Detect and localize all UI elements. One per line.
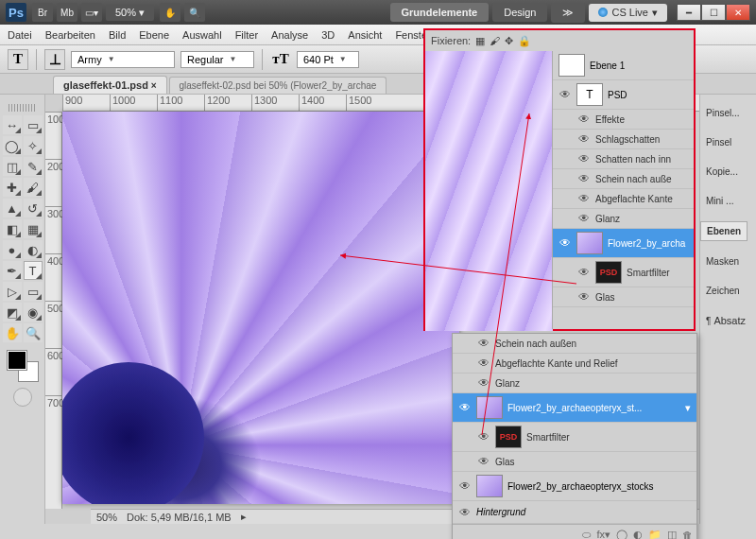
panel-ebenen[interactable]: Ebenen: [700, 221, 747, 241]
menu-ansicht[interactable]: Ansicht: [348, 29, 382, 41]
panel-masken[interactable]: Masken: [700, 252, 745, 270]
zoom-tool-icon[interactable]: 🔍: [184, 3, 205, 22]
layer-thumb-icon: [476, 475, 503, 497]
3d-tool-icon[interactable]: ◩: [3, 303, 22, 322]
new-layer-icon[interactable]: ◫: [667, 529, 677, 539]
panel-zeichen[interactable]: Zeichen: [700, 282, 746, 300]
menu-datei[interactable]: Datei: [8, 29, 32, 41]
panel-pinsel[interactable]: Pinsel: [700, 133, 737, 151]
crop-tool-icon[interactable]: ◫: [3, 157, 22, 176]
layer-hintergrund[interactable]: 👁 Hintergrund: [453, 501, 696, 524]
move-tool-icon[interactable]: ↔: [3, 115, 22, 134]
blur-tool-icon[interactable]: ●: [3, 240, 22, 259]
panel-absatz[interactable]: ¶ Absatz: [700, 311, 751, 330]
menu-filter[interactable]: Filter: [235, 29, 258, 41]
color-swatches[interactable]: [7, 350, 39, 382]
layer-smartfilter[interactable]: 👁 PSD Smartfilter: [453, 423, 696, 452]
type-tool-icon[interactable]: T: [24, 261, 43, 280]
cs-live-button[interactable]: CS Live ▾: [589, 4, 667, 22]
inset-layers: Ebene 1 👁TPSD 👁Effekte 👁Schlagschatten 👁…: [552, 51, 694, 329]
3d-camera-icon[interactable]: ◉: [24, 303, 43, 322]
text-orientation-icon[interactable]: ⊥: [44, 49, 65, 70]
stamp-tool-icon[interactable]: ▲: [3, 199, 22, 217]
font-size-icon: тT: [270, 49, 291, 70]
inset-canvas-zoom: [425, 51, 553, 331]
lock-transp-icon[interactable]: ▦: [475, 35, 485, 47]
minimize-button[interactable]: ━: [677, 4, 701, 21]
minibridge-icon[interactable]: Mb: [57, 3, 77, 22]
inset-flower-selected[interactable]: 👁Flower2_by_archa: [553, 229, 694, 258]
ruler-vertical: 100200300400500600700: [45, 112, 62, 509]
menu-auswahl[interactable]: Auswahl: [182, 29, 222, 41]
menu-bild[interactable]: Bild: [109, 29, 126, 41]
marquee-tool-icon[interactable]: ▭: [24, 115, 43, 134]
document-canvas[interactable]: [62, 112, 459, 504]
lock-all-icon[interactable]: 🔒: [518, 35, 531, 47]
toolbox-grip[interactable]: [9, 104, 37, 112]
pen-tool-icon[interactable]: ✒: [3, 261, 22, 280]
layer-flower2[interactable]: 👁 Flower2_by_archaeopteryx_stocks: [453, 472, 696, 501]
bridge-icon[interactable]: Br: [32, 3, 53, 22]
panel-mini[interactable]: Mini ...: [700, 192, 739, 210]
zoom-tool-icon[interactable]: 🔍: [24, 323, 43, 342]
psd-thumb-icon: PSD: [495, 426, 522, 448]
zoom-select[interactable]: 50% ▾: [106, 5, 154, 21]
shape-tool-icon[interactable]: ▭: [24, 282, 43, 301]
wand-tool-icon[interactable]: ✧: [24, 136, 43, 155]
lock-move-icon[interactable]: ✥: [505, 35, 513, 47]
panel-pinselvorgaben[interactable]: Pinsel...: [700, 104, 746, 122]
folder-icon[interactable]: 📁: [648, 529, 662, 539]
workspace-design[interactable]: Design: [492, 3, 547, 22]
history-brush-icon[interactable]: ↺: [24, 199, 43, 217]
workspace-grundelemente[interactable]: Grundelemente: [390, 3, 490, 22]
fx-icon[interactable]: fx▾: [596, 529, 610, 539]
font-style-select[interactable]: Regular▼: [180, 51, 254, 68]
status-zoom[interactable]: 50%: [96, 512, 117, 523]
workspace-more-icon[interactable]: ≫: [551, 3, 585, 23]
menu-ebene[interactable]: Ebene: [139, 29, 169, 41]
link-layers-icon[interactable]: ⬭: [582, 529, 591, 539]
eraser-tool-icon[interactable]: ◧: [3, 219, 22, 238]
inset-ebene1[interactable]: Ebene 1: [553, 51, 694, 80]
photoshop-logo-icon: Ps: [6, 3, 26, 22]
cslive-icon: [598, 8, 608, 17]
hand-tool-icon[interactable]: ✋: [160, 3, 180, 22]
path-select-icon[interactable]: ▷: [3, 282, 22, 301]
trash-icon[interactable]: 🗑: [682, 530, 693, 540]
tool-preset-icon[interactable]: T: [8, 49, 28, 70]
layer-thumb-icon: [476, 396, 503, 419]
hand-tool-icon[interactable]: ✋: [3, 323, 22, 342]
gradient-tool-icon[interactable]: ▦: [24, 219, 43, 238]
adjustment-icon[interactable]: ◐: [633, 529, 643, 539]
font-size-select[interactable]: 640 Pt▼: [297, 51, 359, 68]
heal-tool-icon[interactable]: ✚: [3, 178, 22, 197]
fg-color-swatch[interactable]: [7, 350, 27, 371]
tab-glaseffekt-02[interactable]: glaseffekt-02.psd bei 50% (Flower2_by_ar…: [169, 77, 387, 94]
inset-psd-layer[interactable]: 👁TPSD: [553, 80, 694, 110]
mask-icon[interactable]: ◯: [616, 529, 627, 539]
close-button[interactable]: ✕: [726, 4, 750, 21]
tab-glaseffekt-01[interactable]: glaseffekt-01.psd ×: [53, 76, 167, 94]
inset-header: Fixieren: ▦ 🖌 ✥ 🔒: [425, 30, 694, 51]
quickmask-icon[interactable]: [13, 388, 32, 407]
panel-kopie[interactable]: Kopie...: [700, 163, 744, 181]
title-bar: Ps Br Mb ▭▾ 50% ▾ ✋ 🔍 Grundelemente Desi…: [0, 0, 756, 25]
brush-tool-icon[interactable]: 🖌: [24, 178, 43, 197]
screen-mode-icon[interactable]: ▭▾: [81, 3, 102, 22]
lock-paint-icon[interactable]: 🖌: [490, 35, 500, 46]
toolbox: ↔ ▭ ◯ ✧ ◫ ✎ ✚ 🖌 ▲ ↺ ◧ ▦ ● ◐ ✒ T ▷ ▭ ◩ ◉ …: [0, 95, 45, 524]
menu-3d[interactable]: 3D: [321, 29, 335, 41]
status-dok: Dok: 5,49 MB/16,1 MB: [127, 512, 232, 523]
dodge-tool-icon[interactable]: ◐: [24, 240, 43, 259]
layer-flower-selected[interactable]: 👁 Flower2_by_archaeopteryx_st... ▾: [453, 393, 696, 423]
panel-dock: Pinsel... Pinsel Kopie... Mini ... Ebene…: [699, 95, 756, 524]
menu-analyse[interactable]: Analyse: [271, 29, 308, 41]
font-family-select[interactable]: Army▼: [71, 51, 175, 68]
menu-bearbeiten[interactable]: Bearbeiten: [45, 29, 95, 41]
zoom-inset: Fixieren: ▦ 🖌 ✥ 🔒 Ebene 1 👁TPSD 👁Effekte…: [423, 28, 696, 331]
layers-panel-main: 👁Schein nach außen 👁Abgeflachte Kante un…: [452, 333, 697, 539]
lasso-tool-icon[interactable]: ◯: [3, 136, 22, 155]
layers-footer: ⬭ fx▾ ◯ ◐ 📁 ◫ 🗑: [453, 524, 696, 539]
eyedropper-tool-icon[interactable]: ✎: [24, 157, 43, 176]
maximize-button[interactable]: ☐: [701, 4, 726, 21]
